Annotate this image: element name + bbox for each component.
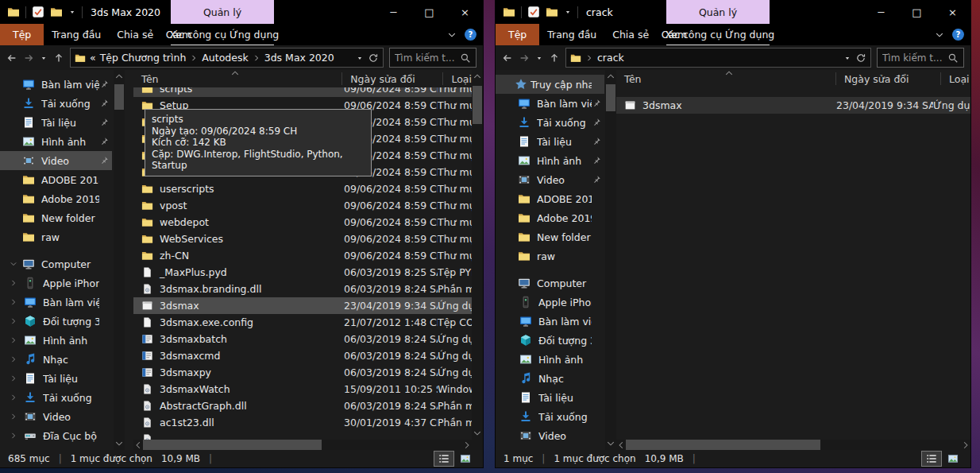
breadcrumb[interactable]: « Tệp Chương trìnhAutodesk3ds Max 2020 xyxy=(70,48,384,68)
sidebar-item-h-nh-nh[interactable]: Hình ảnh xyxy=(0,132,112,151)
help-icon[interactable]: ? xyxy=(464,28,477,41)
back-icon[interactable] xyxy=(6,52,17,64)
file-row-vpost[interactable]: vpost09/06/2024 8:59 CHThư mục tệp xyxy=(133,197,472,214)
file-row-userscripts[interactable]: userscripts09/06/2024 8:59 CHThư mục tệp xyxy=(133,180,472,197)
properties-check-icon[interactable] xyxy=(32,6,44,18)
address-dropdown-chevron-icon[interactable] xyxy=(356,54,364,62)
ribbon-expand-chevron-icon[interactable] xyxy=(447,30,457,40)
file-row-3dsmax[interactable]: 3dsmax23/04/2019 9:34 SAỨng dụng xyxy=(616,97,970,114)
recent-locations-chevron-icon[interactable] xyxy=(535,54,543,62)
sidebar-item-adobe-2019[interactable]: Adobe 2019 xyxy=(0,189,112,208)
file-row-3dsmaxcmd[interactable]: 3dsmaxcmd06/03/2019 8:24 SAỨng dụng xyxy=(133,347,472,364)
qat-customize-chevron-icon[interactable] xyxy=(68,8,76,16)
sidebar-item-h-nh-nh[interactable]: Hình ảnh xyxy=(496,350,604,369)
manage-contextual-tab[interactable]: Quản lý xyxy=(171,0,274,24)
minimize-button[interactable]: ─ xyxy=(376,0,411,24)
breadcrumb-segment[interactable]: 3ds Max 2020 xyxy=(264,52,334,64)
breadcrumb-segment[interactable]: Tệp Chương trình xyxy=(100,52,187,64)
scroll-down-icon[interactable] xyxy=(606,439,615,448)
scroll-up-icon[interactable] xyxy=(606,72,615,81)
sidebar-item--a-c-c-b-c-[interactable]: Đĩa Cục bộ (C:) xyxy=(0,426,112,445)
search-box[interactable]: Tìm kiếm t... xyxy=(877,48,964,68)
sidebar-item-t-i-li-u[interactable]: Tài liệu xyxy=(496,388,604,407)
file-row-webdepot[interactable]: webdepot09/06/2024 8:59 CHThư mục tệp xyxy=(133,214,472,231)
help-icon[interactable]: ? xyxy=(951,28,965,41)
address-dropdown-chevron-icon[interactable] xyxy=(843,54,851,62)
horizontal-scrollbar[interactable] xyxy=(616,440,970,450)
file-row-abstractgraph-dll[interactable]: AbstractGraph.dll06/03/2019 8:24 SAPhần … xyxy=(133,397,472,414)
sidebar-item-new-folder[interactable]: New folder xyxy=(496,227,604,246)
sidebar-item-t-i-xu-ng[interactable]: Tải xuống xyxy=(0,388,112,407)
manage-contextual-tab[interactable]: Quản lý xyxy=(666,0,770,24)
file-row-3dsmax[interactable]: 3dsmax23/04/2019 9:34 SAỨng dụng xyxy=(133,297,472,314)
expand-chevron-icon[interactable] xyxy=(10,279,17,287)
file-row-3dsmax-branding-dll[interactable]: 3dsmax.branding.dll06/03/2019 8:24 SAPhầ… xyxy=(133,281,472,297)
list-vertical-scrollbar[interactable] xyxy=(472,70,483,450)
expand-chevron-icon[interactable] xyxy=(10,317,17,325)
tab-share[interactable]: Chia sẻ xyxy=(109,24,161,45)
forward-icon[interactable] xyxy=(23,52,34,64)
scroll-down-icon[interactable] xyxy=(473,428,482,438)
sidebar-item-video[interactable]: Video xyxy=(496,426,604,445)
sidebar-item-truy-c-p-nhanh[interactable]: Truy cập nhanh xyxy=(496,75,604,94)
folder-icon[interactable] xyxy=(7,6,20,18)
sidebar-item-adobe-2019[interactable]: Adobe 2019 xyxy=(496,208,604,227)
column-header-date[interactable]: Ngày sửa đổi xyxy=(836,72,941,85)
sidebar-item--i-t-ng-3d[interactable]: Đối tượng 3D xyxy=(496,331,604,350)
up-icon[interactable] xyxy=(549,52,560,64)
file-row-webservices[interactable]: WebServices09/06/2024 8:59 CHThư mục tệp xyxy=(133,231,472,247)
details-view-button[interactable] xyxy=(922,452,941,466)
tab-application-tools[interactable]: Các công cụ Ứng dụng xyxy=(171,24,274,45)
maximize-button[interactable]: □ xyxy=(411,0,447,24)
column-header-type[interactable]: Loại xyxy=(443,72,472,85)
sidebar-item-adobe-2018[interactable]: ADOBE 2018 xyxy=(0,170,112,189)
sidebar-item-t-i-li-u[interactable]: Tài liệu xyxy=(0,369,112,388)
scroll-right-icon[interactable] xyxy=(462,440,472,450)
expand-chevron-icon[interactable] xyxy=(10,298,17,306)
tab-application-tools[interactable]: Các công cụ Ứng dụng xyxy=(666,24,770,45)
file-row-3dsmaxpy[interactable]: 3dsmaxpy06/03/2019 8:24 SAỨng dụng xyxy=(133,364,472,381)
file-row-3dsmaxwatch[interactable]: 3dsmaxWatch15/09/2011 10:25 SAWindows xyxy=(133,381,472,397)
file-row-scripts[interactable]: scripts09/06/2024 8:59 CHThư mục tệp xyxy=(133,87,472,97)
sidebar-item-computer[interactable]: Computer xyxy=(0,254,112,273)
expand-chevron-icon[interactable] xyxy=(10,374,17,382)
scroll-left-icon[interactable] xyxy=(616,440,626,450)
search-box[interactable]: Tìm kiếm t... xyxy=(389,48,476,68)
file-row-zh-cn[interactable]: zh-CN09/06/2024 8:59 CHThư mục tệp xyxy=(133,247,472,264)
tab-file[interactable]: Tệp xyxy=(496,24,539,45)
expand-chevron-icon[interactable] xyxy=(10,413,17,421)
sidebar-item-raw[interactable]: raw xyxy=(0,227,112,246)
sidebar-item-adobe-2018[interactable]: ADOBE 2018 xyxy=(496,189,604,208)
file-row-3dsmax-exe-config[interactable]: 3dsmax.exe.config21/07/2012 1:48 CHTệp C… xyxy=(133,314,472,331)
close-button[interactable]: × xyxy=(935,0,970,24)
expand-chevron-icon[interactable] xyxy=(10,394,17,401)
sort-ascending-icon[interactable] xyxy=(230,70,240,78)
sort-ascending-icon[interactable] xyxy=(724,70,734,78)
tab-home[interactable]: Trang đầu xyxy=(539,24,604,45)
scroll-down-icon[interactable] xyxy=(114,439,124,448)
scroll-up-icon[interactable] xyxy=(473,72,482,81)
sidebar-item-h-nh-nh[interactable]: Hình ảnh xyxy=(0,331,112,350)
sidebar-item-nh-c[interactable]: Nhạc xyxy=(0,350,112,369)
sidebar-scrollbar[interactable] xyxy=(114,70,125,450)
refresh-icon[interactable] xyxy=(855,52,866,64)
sidebar-item-apple-iphone[interactable]: Apple iPhone xyxy=(496,293,604,312)
sidebar-item-t-i-xu-ng[interactable]: Tải xuống xyxy=(496,113,604,132)
scrollbar-thumb[interactable] xyxy=(626,440,820,450)
sidebar-item-b-n-l-m-vi-c[interactable]: Bàn làm việc xyxy=(0,293,112,312)
sidebar-item-video[interactable]: Video xyxy=(0,151,112,170)
scroll-left-icon[interactable] xyxy=(133,440,143,450)
sidebar-item-apple-iphone[interactable]: Apple iPhone xyxy=(0,273,112,293)
qat-customize-chevron-icon[interactable] xyxy=(564,8,572,16)
expand-chevron-icon[interactable] xyxy=(10,355,17,363)
column-header-type[interactable]: Loại xyxy=(941,72,970,85)
sidebar-scrollbar[interactable] xyxy=(605,70,616,450)
maximize-button[interactable]: □ xyxy=(899,0,935,24)
scroll-right-icon[interactable] xyxy=(961,440,970,450)
refresh-icon[interactable] xyxy=(368,52,379,64)
back-icon[interactable] xyxy=(502,52,513,64)
new-folder-icon[interactable] xyxy=(546,6,558,18)
sidebar-item-nh-c[interactable]: Nhạc xyxy=(496,369,604,388)
sidebar-item-t-i-xu-ng[interactable]: Tải xuống xyxy=(0,94,112,113)
tab-file[interactable]: Tệp xyxy=(0,24,44,45)
